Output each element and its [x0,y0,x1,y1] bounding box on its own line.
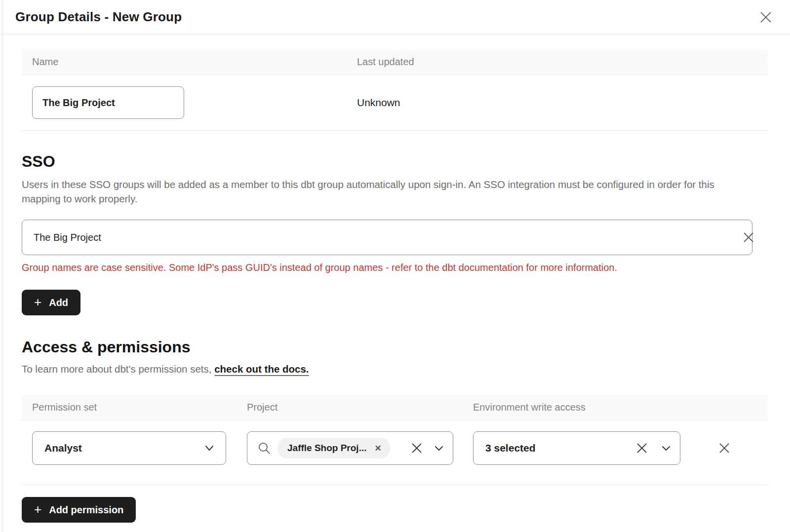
modal-title: Group Details - New Group [15,9,182,25]
last-updated-value: Unknown [357,97,768,109]
sso-group-field [22,220,768,255]
access-permissions-heading: Access & permissions [22,338,768,356]
project-clear-button[interactable] [410,442,423,455]
column-header-project: Project [247,402,473,413]
sso-group-input[interactable] [22,220,752,255]
add-permission-button[interactable]: + Add permission [22,497,136,523]
permissions-description-text: To learn more about dbt's permission set… [22,363,214,375]
environment-clear-button[interactable] [635,442,648,455]
chevron-down-icon[interactable] [434,445,444,452]
permissions-table-header-row: Permission set Project Environment write… [22,395,768,420]
environment-selected-count: 3 selected [485,442,536,454]
delete-x-icon [718,442,731,455]
close-icon [758,10,773,25]
clear-x-icon [635,442,648,455]
docs-link[interactable]: check out the docs. [214,363,309,375]
clear-x-icon [742,230,755,244]
project-multiselect[interactable]: Jaffle Shop Proj... ✕ [247,431,453,465]
modal-header: Group Details - New Group [0,0,790,35]
modal-body: Name Last updated Unknown SSO Users in t… [0,49,790,523]
selected-project-chip: Jaffle Shop Proj... ✕ [278,438,390,458]
access-permissions-section: Access & permissions To learn more about… [22,338,768,523]
close-button[interactable] [758,10,773,25]
delete-permission-row-button[interactable] [718,442,731,455]
chevron-down-icon [204,445,215,452]
group-table-header-row: Name Last updated [22,49,768,75]
clear-x-icon [410,442,423,455]
column-header-environment-write-access: Environment write access [473,402,768,413]
group-name-input[interactable] [32,86,184,119]
sso-heading: SSO [22,152,768,171]
column-header-name: Name [32,56,357,68]
group-table-row: Unknown [22,75,768,131]
sso-group-clear-button[interactable] [742,230,755,244]
permissions-table: Permission set Project Environment write… [22,395,768,485]
environment-write-access-select[interactable]: 3 selected [473,431,680,465]
sso-case-sensitive-warning: Group names are case sensitive. Some IdP… [22,262,768,273]
chip-remove-icon[interactable]: ✕ [374,444,381,453]
modal-left-border [2,0,2,532]
permission-row: Analyst [22,420,768,485]
selected-project-chip-label: Jaffle Shop Proj... [287,443,366,454]
sso-description: Users in these SSO groups will be added … [22,177,750,206]
plus-icon: + [34,503,41,516]
plus-icon: + [34,296,41,308]
chevron-down-icon[interactable] [661,445,671,452]
search-icon [257,441,271,455]
group-details-table: Name Last updated Unknown [22,49,768,131]
permissions-description: To learn more about dbt's permission set… [22,363,768,375]
column-header-last-updated: Last updated [357,56,768,68]
add-permission-button-label: Add permission [49,504,123,516]
permission-set-select[interactable]: Analyst [32,431,226,465]
sso-section: SSO Users in these SSO groups will be ad… [22,152,768,315]
sso-add-button-label: Add [49,297,68,308]
column-header-permission-set: Permission set [32,402,247,413]
permission-set-value: Analyst [44,442,82,454]
sso-add-button[interactable]: + Add [22,290,80,315]
